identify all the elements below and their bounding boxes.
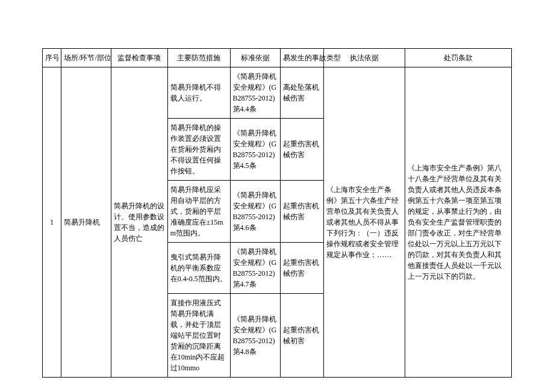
cell-standard: 《简易升降机安全规程》(GB28755-2012)第4.8条	[230, 294, 280, 378]
header-accident: 易发生的事故类型	[280, 49, 324, 67]
cell-standard: 《简易升降机安全规程》(GB28755-2012)第4.6条	[230, 181, 280, 243]
cell-standard: 《简易升降机安全规程》(GB28755-2012)第4.7条	[230, 243, 280, 294]
cell-measure: 简易升降机的操作装置必须设置在货厢外货厢内不得设置任何操作按钮。	[167, 119, 230, 181]
cell-accident: 起重伤害机械伤害	[280, 181, 324, 243]
header-standard: 标准依据	[230, 49, 280, 67]
cell-place: 简易升降机	[61, 67, 111, 378]
cell-accident: 起重伤害机械伤害	[280, 243, 324, 294]
header-place: 场所/环节/部位	[61, 49, 111, 67]
cell-measure: 简易升降机应采用自动平层的方式，货厢的平层准确度应在±15mm范围内。	[167, 181, 230, 243]
cell-measure: 直接作用液压式简易升降机满载，并处于顶层端站平层位置时货厢的沉降距离在10min…	[167, 294, 230, 378]
cell-accident: 高处坠落机械伤害	[280, 67, 324, 119]
cell-standard: 《简易升降机安全规程》(GB28755-2012)第4.5条	[230, 119, 280, 181]
cell-standard: 《简易升降机安全规程》(GB28755-2012)第4.4条	[230, 67, 280, 119]
cell-inspect: 简易升降机的设计、使用参数设置不当，造成的人员伤亡	[111, 67, 167, 378]
cell-accident: 起重伤害机械初害	[280, 294, 324, 378]
cell-measure: 曳引式简易升降机的平衡系数应在0.4-0.5范围内。	[167, 243, 230, 294]
cell-accident: 起重伤害机械伤害	[280, 119, 324, 181]
header-measure: 主要防范措施	[167, 49, 230, 67]
cell-seq: 1	[43, 67, 61, 378]
cell-penalty: 《上海市安全生产条例》第八十八条生产经营单位及其有关负责人或者其他人员违反本条例…	[405, 67, 512, 378]
header-row: 序号 场所/环节/部位 监督检查事项 主要防范措施 标准依据 易发生的事故类型 …	[43, 49, 512, 67]
header-seq: 序号	[43, 49, 61, 67]
header-penalty: 处罚条款	[405, 49, 512, 67]
cell-measure: 简易升降机不得载人运行。	[167, 67, 230, 119]
header-inspect: 监督检查事项	[111, 49, 167, 67]
table-row: 1 简易升降机 简易升降机的设计、使用参数设置不当，造成的人员伤亡 简易升降机不…	[43, 67, 512, 119]
cell-enforce: 《上海市安全生产条例》第五十六条生产经营单位及其有关负责人或者其他人员不得从事下…	[324, 67, 405, 378]
regulation-table: 序号 场所/环节/部位 监督检查事项 主要防范措施 标准依据 易发生的事故类型 …	[42, 48, 512, 378]
